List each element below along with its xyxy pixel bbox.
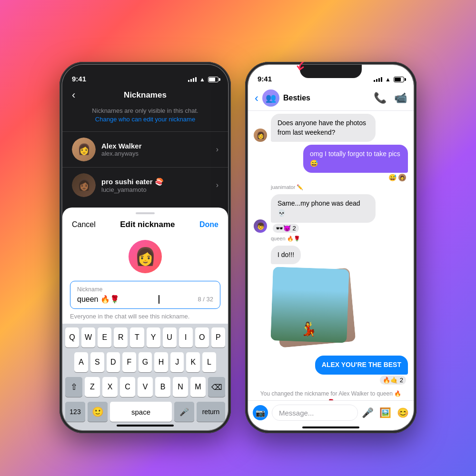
key-c[interactable]: C [120, 377, 135, 397]
group-avatar-emoji: 👥 [266, 93, 276, 103]
key-w[interactable]: W [81, 327, 95, 347]
key-q[interactable]: Q [65, 327, 79, 347]
reaction-badge-3: 🕶️😈 2 [273, 224, 299, 233]
change-nickname-link[interactable]: Change who can edit your nickname [95, 116, 195, 123]
avatar-alex: 👩 [72, 138, 96, 161]
back-button[interactable]: ‹ [72, 89, 75, 101]
key-e[interactable]: E [98, 327, 111, 347]
phone-icon[interactable]: 📞 [374, 92, 387, 104]
nickname-item-1[interactable]: 👩 Alex Walker alex.anyways › [62, 131, 228, 167]
key-b[interactable]: B [155, 377, 170, 397]
chat-back-button[interactable]: ‹ [255, 91, 258, 105]
received-msg-group-3: Same...my phone was dead 💀 🕶️😈 2 [271, 194, 376, 232]
notch [114, 65, 176, 78]
key-f[interactable]: F [122, 352, 136, 372]
delete-key[interactable]: ⌫ [208, 377, 225, 397]
spacer-r [218, 352, 225, 372]
chevron-icon-1: › [216, 145, 218, 154]
messages-container: 👩 Does anyone have the photos from last … [248, 111, 414, 400]
wifi-icon: ▲ [199, 76, 205, 83]
key-x[interactable]: X [102, 377, 118, 397]
camera-button[interactable]: 📷 [253, 405, 268, 420]
annotation-arrow-icon [293, 62, 312, 72]
key-l[interactable]: L [202, 352, 216, 372]
nickname-input-label: Nickname [77, 286, 213, 293]
home-bar-right [302, 426, 359, 428]
nicknames-header: ‹ Nicknames [62, 86, 228, 105]
bubble-4: I do!!! [271, 246, 301, 265]
text-cursor [159, 295, 159, 304]
battery-icon-right [394, 77, 404, 82]
nickname-input-group[interactable]: Nickname queen 🔥🌹 8 / 32 [70, 281, 220, 309]
spacer-l [65, 352, 72, 372]
nickname-item-2[interactable]: 👩🏾 pro sushi eater 🍣 lucie_yamamoto › [62, 167, 228, 203]
nickname-hint: Everyone in the chat will see this nickn… [70, 313, 220, 320]
key-g[interactable]: G [139, 352, 152, 372]
return-key[interactable]: return [197, 402, 225, 422]
nickname-name-1: Alex Walker [101, 142, 210, 150]
key-k[interactable]: K [186, 352, 200, 372]
chevron-icon-2: › [216, 181, 218, 189]
battery-icon [208, 77, 218, 82]
key-j[interactable]: J [170, 352, 184, 372]
photo-card-2: 💃 [270, 267, 349, 343]
signal-bar-r2 [376, 79, 377, 82]
cancel-button[interactable]: Cancel [72, 220, 96, 229]
left-phone: 9:41 ▲ [60, 62, 231, 433]
bubble-1: Does anyone have the photos from last we… [271, 114, 376, 142]
key-u[interactable]: U [163, 327, 177, 347]
msg-row-4: I do!!! [254, 246, 408, 265]
key-v[interactable]: V [138, 377, 153, 397]
dictate-key[interactable]: 🎤 [174, 402, 194, 422]
system-message: You changed the nickname for Alex Walker… [254, 387, 408, 400]
right-phone: 點擊這裡 9:41 [245, 62, 416, 433]
sticker-icon[interactable]: 😊 [397, 407, 409, 418]
bubble-2: omg I totally forgot to take pics 😅 [303, 145, 408, 173]
photo-inner-2: 💃 [270, 267, 349, 343]
key-z[interactable]: Z [85, 377, 100, 397]
key-m[interactable]: M [190, 377, 206, 397]
battery-fill [209, 78, 215, 81]
space-key[interactable]: space [110, 402, 172, 422]
keyboard-row-2: A S D F G H J K L [65, 352, 225, 372]
key-h[interactable]: H [154, 352, 168, 372]
key-p[interactable]: P [211, 327, 225, 347]
done-button[interactable]: Done [199, 220, 218, 229]
key-n[interactable]: N [173, 377, 188, 397]
video-icon[interactable]: 📹 [394, 92, 407, 104]
message-placeholder: Message... [279, 409, 314, 417]
key-a[interactable]: A [74, 352, 88, 372]
signal-icon [188, 77, 197, 82]
signal-bar-r1 [374, 80, 375, 82]
nickname-name-2: pro sushi eater 🍣 [101, 178, 210, 186]
image-icon[interactable]: 🖼️ [379, 407, 391, 418]
chat-group-name[interactable]: Besties [283, 94, 370, 102]
key-o[interactable]: O [195, 327, 209, 347]
msg-avatar-1: 👩 [254, 129, 267, 142]
key-i[interactable]: I [179, 327, 193, 347]
signal-bar-3 [193, 78, 194, 82]
shift-key[interactable]: ⇧ [65, 377, 82, 397]
emoji-key[interactable]: 🙂 [88, 402, 108, 422]
key-t[interactable]: T [130, 327, 144, 347]
key-y[interactable]: Y [147, 327, 160, 347]
key-r[interactable]: R [114, 327, 128, 347]
keyboard-row-3: ⇧ Z X C V B N M ⌫ [65, 377, 225, 397]
home-bar-left [117, 425, 174, 426]
chat-group-avatar[interactable]: 👥 [262, 89, 279, 107]
msg-avatar-3: 👦 [254, 219, 267, 233]
bubble-5: ALEX YOU'RE THE BEST [315, 356, 408, 375]
key-123[interactable]: 123 [65, 402, 85, 422]
sheet-avatar-img: 👩 [135, 247, 156, 267]
signal-bar-1 [188, 80, 189, 82]
edit-nickname-sheet: Cancel Edit nickname Done 👩 Nickname que… [62, 208, 228, 430]
photo-content-2: 💃 [300, 321, 317, 337]
photos-stack: 🏃‍♀️ 💃 [271, 267, 357, 353]
microphone-icon[interactable]: 🎤 [362, 407, 374, 418]
key-d[interactable]: D [107, 352, 120, 372]
chat-header-icons: 📞 📹 [374, 92, 407, 104]
key-s[interactable]: S [90, 352, 104, 372]
keyboard-row-1: Q W E R T Y U I O P [65, 327, 225, 347]
message-input[interactable]: Message... [272, 405, 358, 421]
chat-header: ‹ 👥 Besties 📞 📹 [248, 86, 414, 111]
